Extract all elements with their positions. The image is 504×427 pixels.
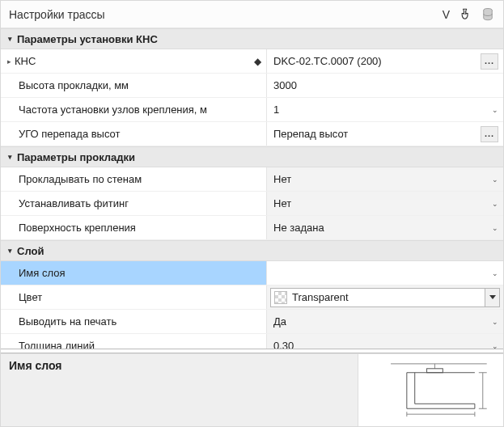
color-combobox[interactable]: Transparent: [270, 288, 500, 307]
value-fitting[interactable]: Нет ⌄: [267, 192, 503, 215]
titlebar: Настройки трассы V: [1, 1, 503, 28]
chevron-down-icon: ⌄: [492, 106, 498, 114]
property-description: Имя слоя: [1, 354, 358, 426]
label-ugo[interactable]: УГО перепада высот: [1, 122, 267, 146]
chevron-down-icon: ⌄: [492, 318, 498, 326]
section-title: Параметры прокладки: [17, 151, 135, 163]
row-freq: Частота установки узлов крепления, м 1 ⌄: [1, 98, 503, 122]
row-fitting: Устанавливать фитинг Нет ⌄: [1, 192, 503, 216]
description-pane: Имя слоя: [1, 353, 503, 426]
label-linewidth[interactable]: Толщина линий: [1, 334, 267, 349]
section-title: Слой: [17, 245, 44, 257]
expand-icon: ▸: [7, 57, 11, 66]
row-layer-name: Имя слоя ⌄: [1, 261, 503, 285]
label-height[interactable]: Высота прокладки, мм: [1, 74, 267, 97]
preview-thumbnail: [358, 354, 503, 426]
label-print[interactable]: Выводить на печать: [1, 310, 267, 333]
chevron-down-icon: ⌄: [492, 175, 498, 184]
window-title: Настройки трассы: [9, 8, 443, 21]
chevron-down-icon: ⌄: [492, 224, 498, 232]
label-kns[interactable]: ▸ КНС ◆: [1, 49, 267, 73]
value-ugo[interactable]: Перепад высот ...: [267, 122, 503, 146]
value-layer-name[interactable]: ⌄: [267, 261, 503, 285]
section-title: Параметры установки КНС: [17, 33, 158, 45]
value-surface[interactable]: Не задана ⌄: [267, 216, 503, 239]
chevron-down-icon: ⌄: [492, 342, 498, 349]
label-fitting[interactable]: Устанавливать фитинг: [1, 192, 267, 215]
value-color[interactable]: Transparent: [267, 285, 503, 309]
value-linewidth[interactable]: 0,30 ⌄: [267, 334, 503, 349]
titlebar-actions: V: [443, 7, 495, 22]
chevron-down-icon: ⌄: [492, 269, 498, 277]
value-print[interactable]: Да ⌄: [267, 310, 503, 333]
row-surface: Поверхность крепления Не задана ⌄: [1, 216, 503, 240]
linked-db-icon: ◆: [254, 56, 261, 67]
row-height: Высота прокладки, мм 3000: [1, 74, 503, 98]
view-mode-icon[interactable]: V: [443, 8, 450, 21]
settings-panel: Настройки трассы V: [0, 0, 504, 427]
svg-rect-1: [359, 354, 503, 426]
browse-button[interactable]: ...: [481, 53, 498, 70]
section-header-layer[interactable]: ▾ Слой: [1, 240, 503, 261]
row-linewidth: Толщина линий 0,30 ⌄: [1, 334, 503, 349]
property-grid[interactable]: ▾ Параметры установки КНС ▸ КНС ◆ DKC-02…: [1, 28, 503, 349]
browse-button[interactable]: ...: [481, 126, 498, 142]
collapse-icon: ▾: [4, 151, 15, 163]
chevron-down-icon: ⌄: [492, 200, 498, 208]
label-layer-name[interactable]: Имя слоя: [1, 261, 267, 285]
row-walls: Прокладывать по стенам Нет ⌄: [1, 167, 503, 192]
combo-drop-button[interactable]: [485, 289, 499, 307]
section-header-laying[interactable]: ▾ Параметры прокладки: [1, 146, 503, 167]
row-color: Цвет Transparent: [1, 285, 503, 310]
label-freq[interactable]: Частота установки узлов крепления, м: [1, 98, 267, 121]
drag-icon[interactable]: [458, 7, 472, 22]
section-header-install[interactable]: ▾ Параметры установки КНС: [1, 28, 503, 49]
value-height[interactable]: 3000: [267, 74, 503, 97]
row-print: Выводить на печать Да ⌄: [1, 310, 503, 334]
value-walls[interactable]: Нет ⌄: [267, 167, 503, 191]
collapse-icon: ▾: [4, 33, 15, 44]
row-kns: ▸ КНС ◆ DKC-02.TC.0007 (200) ...: [1, 49, 503, 74]
transparent-swatch-icon: [274, 291, 287, 304]
row-ugo: УГО перепада высот Перепад высот ...: [1, 122, 503, 146]
value-kns[interactable]: DKC-02.TC.0007 (200) ...: [267, 49, 503, 73]
label-walls[interactable]: Прокладывать по стенам: [1, 167, 267, 191]
label-color[interactable]: Цвет: [1, 285, 267, 309]
database-icon[interactable]: [481, 7, 495, 22]
collapse-icon: ▾: [4, 245, 15, 256]
value-freq[interactable]: 1 ⌄: [267, 98, 503, 121]
label-surface[interactable]: Поверхность крепления: [1, 216, 267, 239]
